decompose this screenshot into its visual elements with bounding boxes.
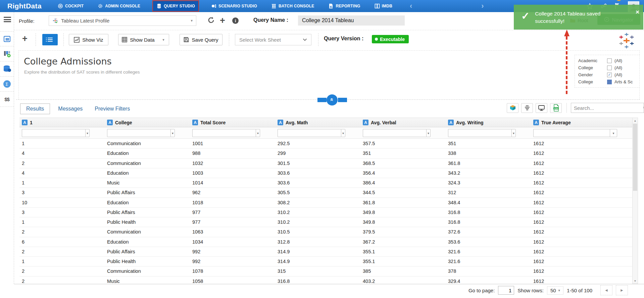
download-csv-button[interactable]: CSV [550,103,562,113]
sidebar-item-file-cabinet[interactable] [0,31,14,46]
table-row[interactable]: 1 Communication 1001 292.5 357.5 351 161… [19,139,632,148]
show-viz-button[interactable]: Show Viz [69,34,108,45]
column-filter-input[interactable] [192,129,256,137]
table-row[interactable]: 1 Public Health 977 310.2 349.8 316.8 16… [19,217,632,227]
table-row[interactable]: 2 Communication 1063 310.5 379.5 372.6 1… [19,227,632,237]
notification-badge[interactable]: 2 [616,0,622,1]
hamburger-menu-icon[interactable] [4,17,11,24]
column-header[interactable]: A1 [19,118,105,127]
fullscreen-button[interactable] [536,103,547,113]
next-page-button[interactable]: ► [616,285,628,295]
show-data-dropdown-button[interactable]: ▾ [158,34,169,45]
table-row[interactable]: 10 Education 1018 308.2 361.8 348.4 1612 [19,198,632,208]
column-header[interactable]: ACollege [105,118,190,127]
filter-dropdown-button[interactable]: ▾ [85,129,90,137]
scrollbar-thumb[interactable] [633,124,637,191]
nav-item-reporting[interactable]: REPORTING [326,1,362,11]
tableau-profile-icon [52,18,58,24]
sidebar-item-formula[interactable]: Σ [0,77,14,92]
nav-item-query-studio[interactable]: QUERY STUDIO [152,0,199,12]
nav-scroll-left-icon[interactable]: ‹ [410,2,412,10]
nav-scroll-right-icon[interactable]: › [481,2,484,10]
show-data-button[interactable]: Show Data [118,34,158,45]
nav-item-imdb[interactable]: IMDB [373,1,394,11]
column-header[interactable]: AAvg. Math [275,118,360,127]
sidebar-item-pricing[interactable]: $$ [0,92,14,107]
checkbox-unchecked-icon[interactable] [607,66,612,70]
table-row[interactable]: 3 Public Affairs 977 310.2 349.8 316.8 1… [19,208,632,217]
search-input[interactable] [571,105,643,111]
scroll-up-icon[interactable]: ▲ [633,118,638,123]
collapse-panel-button[interactable]: « [317,94,347,105]
rows-icon [524,105,530,111]
save-query-button[interactable]: Save Query [180,34,222,45]
add-tab-button[interactable]: + [22,35,28,42]
table-row[interactable]: 3 Public Affairs 962 305.5 344.5 312 161… [19,188,632,198]
column-filter-input[interactable] [448,129,511,137]
query-list-button[interactable] [42,34,58,45]
table-row[interactable]: 1 Music 1014 303.6 386.4 324.3 1612 [19,178,632,188]
column-header[interactable]: AAvg. Verbal [360,118,446,127]
table-row[interactable]: 2 Music 1058 316.8 403.2 329.4 1612 [19,276,632,284]
nav-item-batch-console[interactable]: BATCH CONSOLE [269,1,316,11]
filter-dropdown-button[interactable]: ▾ [170,129,175,137]
query-name-input[interactable] [298,15,405,26]
sidebar-item-database[interactable] [0,61,14,77]
table-row[interactable]: 2 Communication 1032 301.5 368.5 361.8 1… [19,159,632,168]
filter-dropdown-button[interactable]: ▾ [610,129,617,137]
viz-panel: College Admissions Explore the distribut… [18,50,640,99]
rows-per-page-select[interactable]: 50 ▾ [547,286,563,295]
page-number-input[interactable] [498,286,514,295]
column-filter-input[interactable] [363,129,426,137]
nav-item-cockpit[interactable]: COCKPIT [56,1,86,11]
info-button[interactable]: i [232,17,239,24]
row-density-button[interactable] [521,103,533,113]
column-filter-input[interactable] [533,129,610,137]
sidebar-item-add-table[interactable] [0,46,14,61]
vertical-scrollbar[interactable]: ▲ ▼ [632,118,638,284]
table-row[interactable]: 4 Education 988 299 351 338 1612 [19,148,632,158]
table-row[interactable]: 1 Public Health 992 314.9 355.1 321.6 16… [19,257,632,266]
color-swatch[interactable] [607,80,612,84]
table-row[interactable]: 2 Public Affairs 992 314.9 355.1 321.6 1… [19,247,632,257]
nav-label: SCENARIO STUDIO [218,4,257,8]
column-header[interactable]: ATotal Score [190,118,275,127]
add-query-button[interactable]: + [220,17,225,24]
column-header[interactable]: AAvg. Writing [446,118,531,127]
tab-results[interactable]: Results [20,103,50,114]
filter-dropdown-button[interactable]: ▾ [511,129,516,137]
cell: 316.8 [446,217,531,227]
table-row[interactable]: 6 Education 1034 312.8 367.2 353.6 1612 [19,237,632,247]
previous-page-button[interactable]: ◄ [600,285,612,295]
refresh-button[interactable] [207,16,215,25]
table-row[interactable]: 4 Education 1003 303.6 356.4 343.2 1612 [19,168,632,178]
text-type-icon: A [533,120,539,125]
filter-dropdown-button[interactable]: ▾ [341,129,345,137]
cell: 1 [19,139,105,148]
column-filter-input[interactable] [278,129,341,137]
cell: 308.2 [275,198,360,207]
column-filter-input[interactable] [107,129,170,137]
tab-preview-filters[interactable]: Preview Filters [91,104,134,114]
cell: 977 [190,208,275,217]
worksheet-select[interactable]: Select Work Sheet [235,34,311,45]
text-type-icon: A [107,120,113,125]
column-header[interactable]: ATrue Average [531,118,632,127]
checkbox-unchecked-icon[interactable] [607,58,612,63]
tab-messages[interactable]: Messages [54,104,87,114]
checkbox-checked-icon[interactable]: ✓ [607,73,612,77]
profile-select[interactable]: Tableau Latest Profile ▾ [49,15,196,26]
filter-dropdown-button[interactable]: ▾ [426,129,431,137]
cell: 2 [19,227,105,237]
nav-item-admin-console[interactable]: ADMIN CONSOLE [96,1,142,11]
cell: Education [105,168,190,178]
export-box-button[interactable] [507,103,518,113]
chevron-down-icon: ▾ [162,38,164,42]
filter-dropdown-button[interactable]: ▾ [256,129,260,137]
table-row[interactable]: 2 Communication 1078 315 385 378 1612 [19,266,632,276]
scroll-down-icon[interactable]: ▼ [633,278,638,284]
viz-title: College Admissions [24,56,112,67]
nav-item-scenario-studio[interactable]: SCENARIO STUDIO [209,1,259,11]
column-filter-input[interactable] [22,129,85,137]
close-icon[interactable]: × [636,9,639,15]
